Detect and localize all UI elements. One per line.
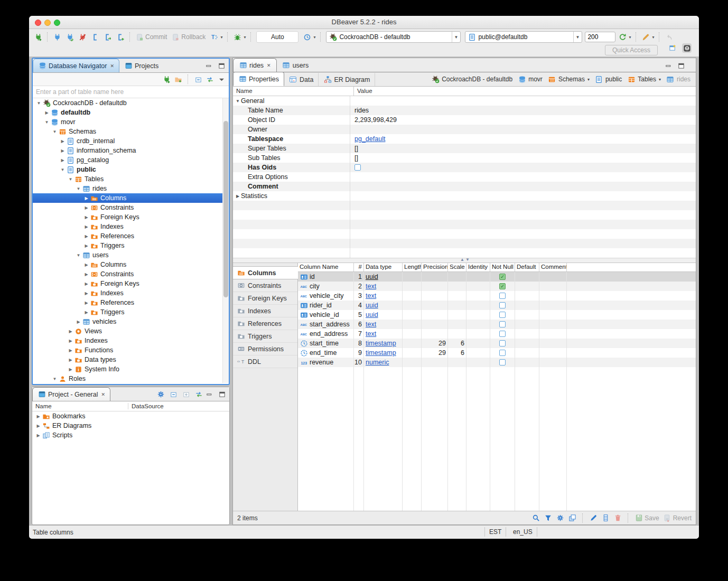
close-icon[interactable]: ✕: [110, 63, 114, 69]
tree-item-columns[interactable]: ▶Columns: [33, 193, 229, 203]
maximize-view-icon[interactable]: [677, 61, 685, 70]
tree-item-columns[interactable]: ▶Columns: [33, 260, 229, 269]
side-tab-columns[interactable]: Columns: [233, 266, 298, 279]
breadcrumb-schemas[interactable]: Schemas▾: [548, 75, 590, 83]
column-row-start-time[interactable]: start_time8timestamp296: [298, 339, 696, 348]
delete-icon[interactable]: [613, 514, 622, 522]
tree-item-pg-catalog[interactable]: ▶pg_catalog: [33, 155, 229, 165]
not-null-checkbox[interactable]: [499, 359, 506, 366]
tree-item-indexes[interactable]: ▶Indexes: [33, 222, 229, 231]
tree-item-movr[interactable]: ▼movr: [33, 117, 229, 127]
transaction-log-button[interactable]: ▾: [301, 32, 317, 42]
expand-arrow-icon[interactable]: ▶: [59, 158, 66, 163]
tree-item-rides[interactable]: ▼rides: [33, 184, 229, 193]
collapse-arrow-icon[interactable]: ▼: [235, 99, 241, 104]
data-type-link[interactable]: text: [366, 330, 376, 338]
data-type-link[interactable]: uuid: [366, 302, 378, 309]
property-row-table-name[interactable]: Table Namerides: [233, 106, 696, 115]
column-row-rider-id[interactable]: rider_id4uuid: [298, 301, 696, 310]
fetch-size-input[interactable]: [585, 32, 615, 42]
expand-arrow-icon[interactable]: ▶: [83, 310, 90, 315]
data-type-link[interactable]: timestamp: [366, 340, 396, 347]
expand-arrow-icon[interactable]: ▶: [83, 263, 90, 267]
editor-tab-users[interactable]: users: [277, 59, 314, 72]
subtab-properties[interactable]: Properties: [233, 72, 284, 86]
grid-header-scale[interactable]: Scale: [448, 263, 466, 271]
open-perspective-icon[interactable]: [668, 43, 677, 52]
collapse-arrow-icon[interactable]: ▼: [43, 120, 50, 125]
property-row-statistics[interactable]: ▶Statistics: [233, 191, 696, 201]
tree-item-references[interactable]: ▶References: [33, 298, 229, 307]
search-icon[interactable]: [531, 514, 540, 522]
expand-arrow-icon[interactable]: ▶: [67, 348, 74, 353]
subtab-data[interactable]: Data: [284, 73, 319, 86]
grid-header-not-null[interactable]: Not Null: [490, 263, 515, 271]
tree-item-indexes[interactable]: ▶Indexes: [33, 336, 229, 345]
tree-item-foreign-keys[interactable]: ▶Foreign Keys: [33, 279, 229, 288]
generate-sql-button[interactable]: ▾: [640, 32, 656, 42]
dbeaver-perspective-icon[interactable]: [682, 43, 692, 53]
rollback-button[interactable]: Rollback: [170, 32, 207, 42]
property-row-owner[interactable]: Owner: [233, 125, 696, 134]
property-row-extra-options[interactable]: Extra Options: [233, 172, 696, 182]
new-connection-button[interactable]: [32, 32, 44, 42]
expand-arrow-icon[interactable]: ▶: [83, 205, 90, 210]
project-item-er-diagrams[interactable]: ▶ER Diagrams: [32, 421, 229, 430]
tab-project-general[interactable]: Project - General ✕: [32, 387, 110, 401]
property-row-tablespace[interactable]: Tablespacepg_default: [233, 134, 696, 144]
property-row-general[interactable]: ▼General: [233, 96, 696, 106]
value-link[interactable]: pg_default: [354, 135, 385, 143]
not-null-checkbox[interactable]: [499, 321, 506, 327]
column-row-vehicle-city[interactable]: ABCvehicle_city3text: [298, 291, 696, 301]
navigator-scrollbar[interactable]: [222, 98, 229, 383]
new-folder-icon[interactable]: [174, 75, 182, 83]
tree-item-public[interactable]: ▼public: [33, 165, 229, 174]
not-null-checkbox[interactable]: [499, 312, 506, 318]
not-null-checkbox[interactable]: ✓: [499, 274, 506, 280]
subtab-er-diagram[interactable]: ER Diagram: [319, 73, 375, 86]
column-row-revenue[interactable]: 123revenue10numeric: [298, 358, 696, 367]
tab-projects[interactable]: Projects: [119, 59, 163, 72]
data-type-link[interactable]: numeric: [366, 359, 389, 366]
tree-item-roles[interactable]: ▼Roles: [33, 374, 229, 383]
maximize-view-icon[interactable]: [218, 390, 226, 398]
tree-item-defaultdb[interactable]: ▶defaultdb: [33, 108, 229, 117]
tree-item-vehicles[interactable]: ▶vehicles: [33, 317, 229, 326]
not-null-checkbox[interactable]: [499, 350, 506, 356]
expand-arrow-icon[interactable]: ▶: [35, 433, 42, 438]
tree-item-triggers[interactable]: ▶Triggers: [33, 307, 229, 317]
revert-button[interactable]: Revert: [663, 514, 692, 522]
new-connection-icon[interactable]: [162, 75, 171, 83]
collapse-all-icon[interactable]: [194, 75, 202, 83]
chevron-down-icon[interactable]: ▾: [587, 77, 590, 82]
transaction-mode-button[interactable]: T▾: [208, 32, 224, 42]
property-row-super-tables[interactable]: Super Tables[]: [233, 144, 696, 153]
property-row-sub-tables[interactable]: Sub Tables[]: [233, 153, 696, 163]
project-item-bookmarks[interactable]: ▶Bookmarks: [32, 411, 229, 421]
side-tab-indexes[interactable]: Indexes: [233, 305, 297, 317]
collapse-arrow-icon[interactable]: ▼: [51, 129, 58, 134]
grid-header-comment[interactable]: Comment: [539, 263, 567, 271]
filter-icon[interactable]: [544, 514, 552, 522]
gear-icon[interactable]: [156, 390, 165, 398]
tree-item-foreign-keys[interactable]: ▶Foreign Keys: [33, 212, 229, 222]
reconnect-button[interactable]: [64, 32, 76, 42]
expand-arrow-icon[interactable]: ▶: [83, 196, 90, 201]
column-row-city[interactable]: ABCcity2text✓: [298, 282, 696, 291]
expand-arrow-icon[interactable]: ▶: [75, 320, 82, 324]
minimize-view-icon[interactable]: [664, 61, 673, 70]
editor-tab-rides[interactable]: rides✕: [233, 58, 277, 72]
collapse-arrow-icon[interactable]: ▼: [51, 377, 58, 381]
expand-arrow-icon[interactable]: ▶: [59, 139, 66, 144]
expand-arrow-icon[interactable]: ▶: [83, 215, 90, 220]
grid-header-default[interactable]: Default: [515, 263, 539, 271]
save-button[interactable]: Save: [634, 514, 659, 522]
view-menu-icon[interactable]: [217, 75, 226, 83]
expand-arrow-icon[interactable]: ▶: [35, 414, 42, 419]
expand-arrow-icon[interactable]: ▶: [35, 424, 42, 428]
tree-item-functions[interactable]: ▶Functions: [33, 345, 229, 355]
not-null-checkbox[interactable]: [499, 340, 506, 346]
refresh-button[interactable]: ▾: [617, 32, 632, 42]
tree-item-constraints[interactable]: ▶Constraints: [33, 203, 229, 212]
tree-item-system-info[interactable]: ▶iSystem Info: [33, 364, 229, 374]
